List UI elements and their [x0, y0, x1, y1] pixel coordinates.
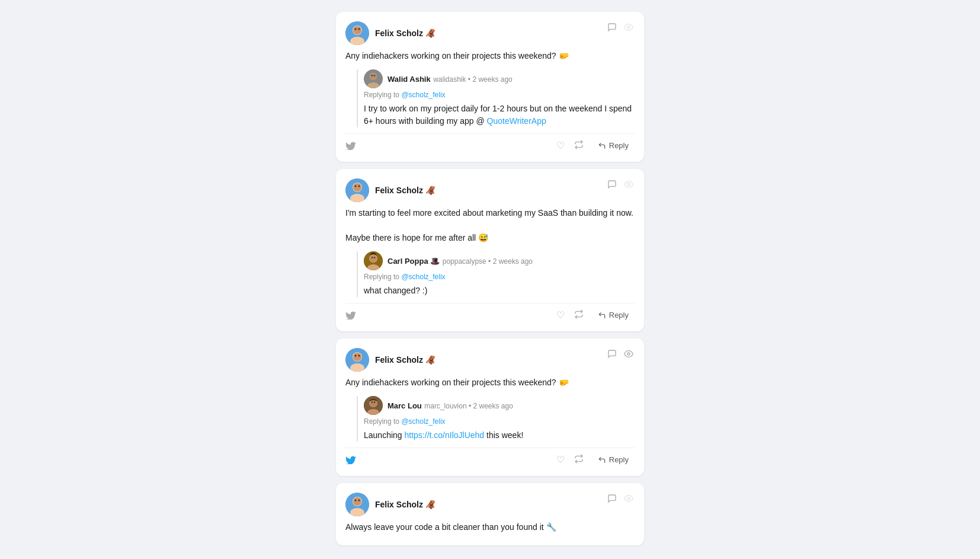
replying-to: Replying to @scholz_felix [364, 91, 635, 99]
reply-author-info: Walid Ashik walidashik • 2 weeks ago [387, 74, 513, 84]
svg-point-38 [374, 401, 375, 403]
svg-point-45 [627, 497, 630, 500]
comment-icon-button[interactable] [606, 348, 618, 362]
reply-header: Walid Ashik walidashik • 2 weeks ago [364, 69, 635, 88]
svg-point-10 [370, 74, 377, 80]
thread-line [357, 69, 358, 127]
footer-right: ♡ Reply [555, 453, 635, 467]
svg-point-24 [371, 257, 373, 258]
reply-text: I try to work on my project daily for 1-… [364, 103, 635, 127]
svg-point-18 [358, 186, 360, 187]
reply-text: what changed? :) [364, 285, 635, 297]
svg-point-31 [358, 355, 360, 357]
footer-left [345, 311, 356, 320]
reply-content: Walid Ashik walidashik • 2 weeks ago Rep… [364, 69, 635, 127]
card-header: Felix Scholz 🦧 [345, 493, 635, 516]
svg-point-17 [355, 186, 357, 187]
footer-left [345, 141, 356, 150]
replying-to: Replying to @scholz_felix [364, 273, 635, 281]
card-top-actions [606, 21, 635, 35]
tweet-text: Any indiehackers working on their projec… [345, 50, 635, 62]
svg-point-42 [353, 497, 361, 506]
svg-point-11 [371, 75, 373, 76]
feed: Felix Scholz 🦧 Any indiehackers working … [336, 12, 644, 547]
card-header-left: Felix Scholz 🦧 [345, 493, 435, 516]
footer-left [345, 455, 356, 464]
svg-point-3 [353, 26, 361, 34]
svg-point-44 [358, 500, 360, 501]
card-footer: ♡ Reply [345, 448, 635, 467]
twitter-icon [345, 141, 356, 150]
like-button[interactable]: ♡ [555, 453, 566, 467]
svg-point-32 [627, 353, 630, 355]
author-name: Felix Scholz 🦧 [375, 186, 435, 195]
svg-point-19 [627, 183, 630, 186]
author-name: Felix Scholz 🦧 [375, 355, 435, 365]
card-header-left: Felix Scholz 🦧 [345, 178, 435, 202]
reply-author-info: Carl Poppa 🎩 poppacalypse • 2 weeks ago [387, 255, 533, 266]
tweet-text: Always leave your code a bit cleaner tha… [345, 521, 635, 534]
comment-icon-button[interactable] [606, 178, 618, 192]
avatar [345, 493, 369, 516]
thread-line [357, 251, 358, 297]
svg-point-37 [371, 401, 373, 403]
retweet-button[interactable] [573, 139, 585, 152]
tweet-card: Felix Scholz 🦧 I'm starting to feel more… [336, 169, 644, 331]
svg-point-29 [353, 353, 361, 361]
author-name: Felix Scholz 🦧 [375, 28, 435, 38]
reply-content: Marc Lou marc_louvion • 2 weeks ago Repl… [364, 396, 635, 442]
reply-section: Carl Poppa 🎩 poppacalypse • 2 weeks ago … [345, 251, 635, 297]
reply-button[interactable]: Reply [592, 308, 635, 322]
reply-content: Carl Poppa 🎩 poppacalypse • 2 weeks ago … [364, 251, 635, 297]
thread-line [357, 396, 358, 442]
twitter-icon [345, 311, 356, 320]
retweet-button[interactable] [573, 308, 585, 322]
eye-icon-button[interactable] [623, 178, 635, 192]
reply-text: Launching https://t.co/nIloJlUehd this w… [364, 429, 635, 442]
like-button[interactable]: ♡ [555, 308, 566, 322]
card-footer: ♡ Reply [345, 303, 635, 322]
card-header: Felix Scholz 🦧 [345, 178, 635, 202]
reply-section: Walid Ashik walidashik • 2 weeks ago Rep… [345, 69, 635, 127]
comment-icon-button[interactable] [606, 21, 618, 35]
svg-point-5 [358, 28, 360, 30]
footer-right: ♡ Reply [555, 308, 635, 322]
avatar [345, 348, 369, 372]
card-top-actions [606, 348, 635, 362]
eye-icon-button[interactable] [623, 21, 635, 35]
eye-icon-button[interactable] [623, 493, 635, 506]
avatar [345, 178, 369, 202]
tweet-text: I'm starting to feel more excited about … [345, 207, 635, 244]
tweet-text: Any indiehackers working on their projec… [345, 376, 635, 389]
tweet-card: Felix Scholz 🦧 Any indiehackers working … [336, 12, 644, 162]
footer-right: ♡ Reply [555, 139, 635, 152]
twitter-icon-colored [345, 455, 356, 464]
reply-button[interactable]: Reply [592, 453, 635, 467]
svg-point-4 [355, 28, 357, 30]
reply-header: Marc Lou marc_louvion • 2 weeks ago [364, 396, 635, 415]
svg-point-6 [627, 26, 630, 28]
card-top-actions [606, 178, 635, 192]
tweet-card: Felix Scholz 🦧 Any indiehackers working … [336, 338, 644, 476]
card-top-actions [606, 493, 635, 506]
author-name: Felix Scholz 🦧 [375, 500, 435, 509]
replying-to: Replying to @scholz_felix [364, 417, 635, 426]
reply-avatar [364, 396, 383, 415]
card-header: Felix Scholz 🦧 [345, 348, 635, 372]
tweet-card: Felix Scholz 🦧 Always leave your code a … [336, 483, 644, 545]
reply-avatar [364, 251, 383, 270]
svg-point-23 [370, 255, 377, 262]
retweet-button[interactable] [573, 453, 585, 467]
svg-point-12 [374, 75, 375, 76]
eye-icon-button[interactable] [623, 348, 635, 362]
svg-point-25 [374, 257, 375, 258]
avatar [345, 21, 369, 45]
card-header-left: Felix Scholz 🦧 [345, 348, 435, 372]
comment-icon-button[interactable] [606, 493, 618, 506]
reply-author-info: Marc Lou marc_louvion • 2 weeks ago [387, 400, 513, 411]
reply-button[interactable]: Reply [592, 139, 635, 152]
like-button[interactable]: ♡ [555, 139, 566, 152]
svg-point-43 [355, 500, 357, 501]
card-header: Felix Scholz 🦧 [345, 21, 635, 45]
svg-point-30 [355, 355, 357, 357]
